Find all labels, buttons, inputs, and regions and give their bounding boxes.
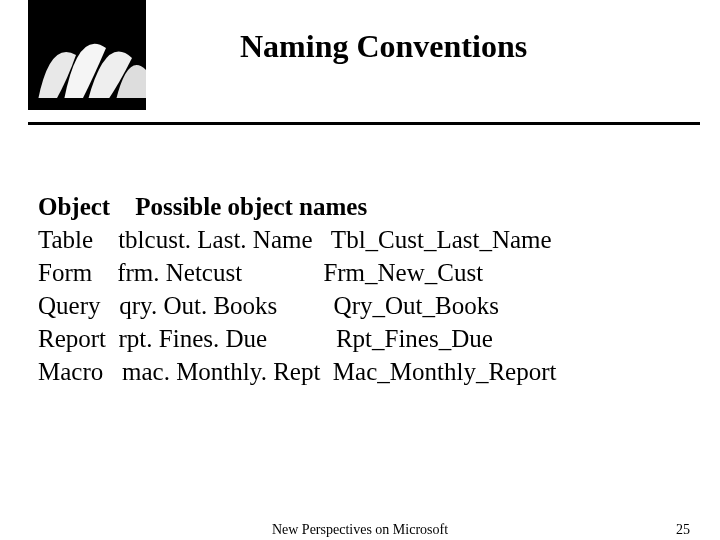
table-header: Object Possible object names — [38, 190, 556, 223]
naming-table: Object Possible object names Table tblcu… — [38, 190, 556, 388]
page-number: 25 — [676, 522, 690, 538]
logo-image — [28, 0, 146, 110]
table-row: Macro mac. Monthly. Rept Mac_Monthly_Rep… — [38, 355, 556, 388]
table-row: Table tblcust. Last. Name Tbl_Cust_Last_… — [38, 223, 556, 256]
table-row: Query qry. Out. Books Qry_Out_Books — [38, 289, 556, 322]
table-row: Report rpt. Fines. Due Rpt_Fines_Due — [38, 322, 556, 355]
footer-line1: New Perspectives on Microsoft — [230, 522, 490, 539]
title-rule — [28, 122, 700, 125]
svg-rect-1 — [28, 98, 146, 110]
table-row: Form frm. Netcust Frm_New_Cust — [38, 256, 556, 289]
slide-title: Naming Conventions — [240, 28, 527, 65]
